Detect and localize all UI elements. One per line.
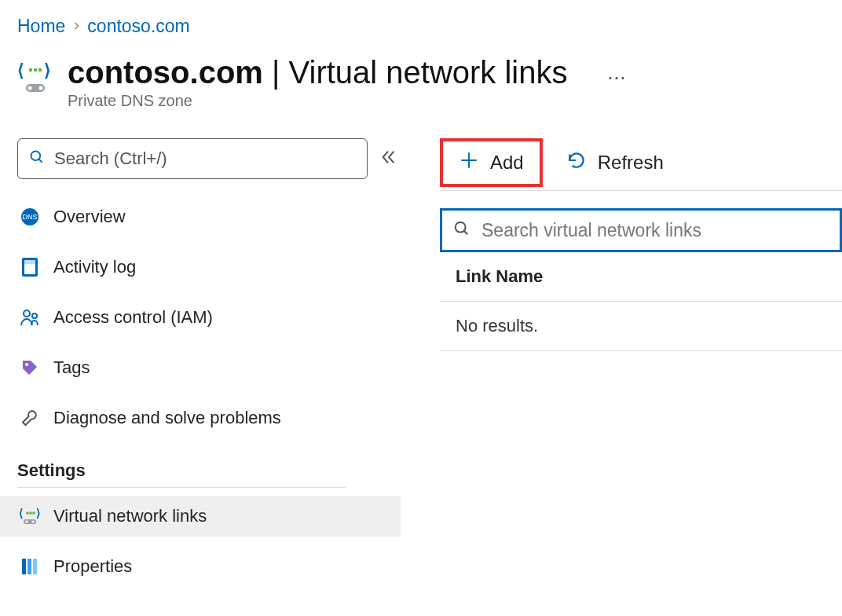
access-control-icon bbox=[19, 306, 41, 328]
sidebar-item-label: Virtual network links bbox=[53, 506, 207, 526]
sidebar-search[interactable] bbox=[17, 138, 368, 179]
svg-point-16 bbox=[32, 314, 37, 318]
svg-text:⟩: ⟩ bbox=[36, 508, 40, 519]
page-title: contoso.com | Virtual network links Priv… bbox=[68, 56, 568, 110]
sidebar-item-label: Activity log bbox=[53, 257, 136, 277]
page-title-row: ⟨ ⟩ contoso.com | Virtual network links … bbox=[17, 56, 842, 110]
svg-point-8 bbox=[31, 152, 41, 161]
search-icon bbox=[453, 220, 470, 240]
refresh-icon bbox=[566, 150, 587, 175]
sidebar-item-diagnose[interactable]: Diagnose and solve problems bbox=[17, 398, 401, 438]
toolbar: Add Refresh bbox=[440, 138, 842, 187]
breadcrumb: Home contoso.com bbox=[17, 16, 842, 37]
collapse-sidebar-button[interactable] bbox=[380, 148, 397, 170]
svg-point-6 bbox=[28, 86, 32, 90]
refresh-button-label: Refresh bbox=[598, 152, 664, 174]
svg-rect-27 bbox=[27, 559, 31, 574]
column-header-link-name[interactable]: Link Name bbox=[440, 252, 842, 302]
svg-point-7 bbox=[39, 86, 43, 90]
svg-rect-26 bbox=[22, 559, 26, 574]
svg-text:⟩: ⟩ bbox=[44, 60, 51, 80]
title-separator: | bbox=[263, 55, 289, 90]
refresh-button[interactable]: Refresh bbox=[562, 145, 668, 180]
plus-icon bbox=[459, 150, 479, 175]
properties-icon bbox=[19, 556, 41, 578]
breadcrumb-home[interactable]: Home bbox=[17, 16, 65, 37]
sidebar: DNS Overview Activity log Access control… bbox=[17, 138, 401, 596]
dns-icon: DNS bbox=[19, 206, 41, 228]
breadcrumb-current[interactable]: contoso.com bbox=[87, 16, 189, 37]
svg-rect-14 bbox=[24, 260, 35, 264]
main-search-input[interactable] bbox=[480, 219, 829, 242]
main-search[interactable] bbox=[440, 208, 842, 252]
sidebar-item-label: Properties bbox=[53, 556, 132, 577]
search-icon bbox=[29, 149, 45, 168]
svg-point-31 bbox=[456, 222, 466, 233]
dns-zone-icon: ⟨ ⟩ bbox=[17, 60, 53, 97]
activity-log-icon bbox=[19, 256, 41, 278]
title-resource-name: contoso.com bbox=[68, 55, 263, 90]
svg-line-9 bbox=[39, 160, 42, 163]
sidebar-item-virtual-network-links[interactable]: ⟨ ⟩ Virtual network links bbox=[0, 496, 401, 537]
svg-text:⟨: ⟨ bbox=[17, 60, 24, 80]
svg-text:DNS: DNS bbox=[22, 213, 37, 221]
title-section: Virtual network links bbox=[289, 55, 568, 90]
sidebar-item-label: Access control (IAM) bbox=[53, 307, 213, 328]
wrench-icon bbox=[19, 407, 41, 429]
svg-point-21 bbox=[32, 512, 35, 515]
svg-rect-28 bbox=[33, 559, 37, 574]
sidebar-item-tags[interactable]: Tags bbox=[17, 347, 401, 388]
more-button[interactable]: ⋯ bbox=[607, 67, 628, 89]
svg-point-1 bbox=[29, 68, 32, 72]
divider bbox=[17, 487, 346, 488]
add-button-label: Add bbox=[490, 152, 524, 174]
chevron-right-icon bbox=[71, 20, 81, 34]
sidebar-item-label: Diagnose and solve problems bbox=[53, 408, 281, 428]
svg-point-15 bbox=[24, 310, 30, 317]
sidebar-item-overview[interactable]: DNS Overview bbox=[17, 196, 401, 237]
title-subtitle: Private DNS zone bbox=[68, 92, 568, 110]
svg-point-2 bbox=[34, 68, 37, 72]
sidebar-item-label: Tags bbox=[53, 358, 90, 378]
tags-icon bbox=[19, 357, 41, 379]
sidebar-item-properties[interactable]: Properties bbox=[17, 546, 401, 587]
svg-point-3 bbox=[38, 68, 42, 72]
svg-point-25 bbox=[31, 520, 34, 522]
add-button[interactable]: Add bbox=[440, 138, 543, 187]
virtual-network-links-icon: ⟨ ⟩ bbox=[19, 505, 41, 527]
divider bbox=[440, 190, 842, 191]
svg-text:⟨: ⟨ bbox=[19, 508, 23, 519]
sidebar-item-access-control[interactable]: Access control (IAM) bbox=[17, 297, 401, 338]
svg-point-20 bbox=[29, 512, 32, 515]
main-content: Add Refresh Link Name No results. bbox=[401, 138, 842, 351]
svg-line-32 bbox=[464, 231, 468, 235]
sidebar-search-input[interactable] bbox=[53, 148, 356, 170]
sidebar-item-activity-log[interactable]: Activity log bbox=[17, 247, 401, 288]
svg-point-17 bbox=[25, 363, 28, 366]
svg-point-24 bbox=[25, 520, 27, 522]
sidebar-item-label: Overview bbox=[53, 207, 126, 227]
no-results-label: No results. bbox=[440, 302, 842, 351]
sidebar-section-settings: Settings bbox=[17, 460, 401, 481]
svg-point-19 bbox=[26, 512, 29, 515]
